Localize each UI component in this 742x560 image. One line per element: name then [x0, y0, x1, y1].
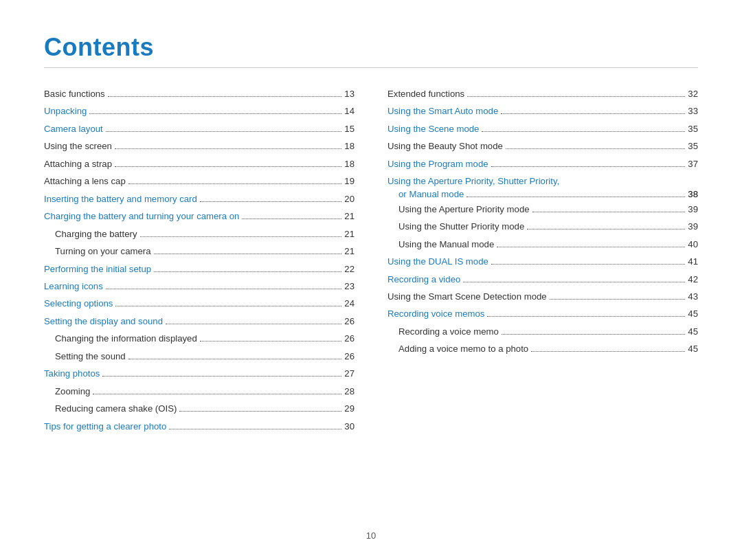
dots [502, 334, 685, 335]
dots [242, 219, 341, 219]
zooming-label: Zooming [55, 385, 90, 399]
setting-sound-label: Setting the sound [55, 350, 126, 363]
manual-mode-label: Using the Manual mode [398, 238, 494, 251]
toc-item-taking-photos[interactable]: Taking photos 27 [44, 367, 355, 381]
toc-item-attaching-lens-cap: Attaching a lens cap 19 [44, 175, 355, 188]
adding-voice-memo-page: 45 [688, 342, 698, 356]
dots [106, 289, 342, 289]
dots [140, 236, 342, 237]
adding-voice-memo-label: Adding a voice memo to a photo [398, 342, 528, 356]
toc-item-camera-layout[interactable]: Camera layout 15 [44, 122, 355, 136]
toc-item-smart-scene: Using the Smart Scene Detection mode 43 [387, 290, 698, 304]
reducing-shake-label: Reducing camera shake (OIS) [55, 402, 177, 416]
scene-mode-page: 35 [688, 122, 698, 136]
dots [501, 113, 685, 114]
dots [466, 197, 685, 197]
left-column: Basic functions 13 Unpacking 14 Camera l… [44, 87, 355, 437]
dots [482, 131, 685, 132]
toc-item-setting-sound: Setting the sound 26 [44, 350, 355, 363]
toc-item-program-mode[interactable]: Using the Program mode 37 [387, 157, 698, 171]
toc-item-zooming: Zooming 28 [44, 385, 355, 399]
dots [115, 148, 341, 149]
tips-clearer-label: Tips for getting a clearer photo [44, 420, 166, 434]
smart-auto-page: 33 [688, 104, 698, 118]
dual-is-page: 41 [688, 255, 698, 269]
tips-clearer-page: 30 [344, 420, 355, 434]
smart-auto-label: Using the Smart Auto mode [387, 104, 498, 118]
toc-item-shutter-mode: Using the Shutter Priority mode 39 [387, 220, 698, 234]
toc-item-changing-info: Changing the information displayed 26 [44, 332, 355, 346]
reducing-shake-page: 29 [344, 402, 355, 416]
dots [93, 394, 341, 394]
zooming-page: 28 [344, 385, 355, 399]
toc-item-turning-on: Turning on your camera 21 [44, 245, 355, 258]
dots [102, 376, 341, 377]
section-header-extended: Extended functions 32 [387, 87, 698, 101]
dots [200, 201, 341, 202]
taking-photos-label: Taking photos [44, 367, 100, 381]
turning-on-label: Turning on your camera [55, 245, 151, 258]
inserting-battery-label: Inserting the battery and memory card [44, 192, 197, 206]
toc-item-adding-voice-memo: Adding a voice memo to a photo 45 [387, 342, 698, 356]
recording-voice-memo-label: Recording a voice memo [398, 325, 499, 339]
unpacking-page: 14 [344, 104, 355, 118]
toc-item-setting-display[interactable]: Setting the display and sound 26 [44, 315, 355, 328]
toc-item-selecting-options[interactable]: Selecting options 24 [44, 297, 355, 311]
toc-item-manual-mode: Using the Manual mode 40 [387, 238, 698, 251]
dots [550, 299, 686, 300]
initial-setup-label: Performing the initial setup [44, 262, 151, 276]
toc-item-initial-setup[interactable]: Performing the initial setup 22 [44, 262, 355, 276]
dots [463, 282, 685, 282]
dual-is-label: Using the DUAL IS mode [387, 255, 488, 269]
charging-battery-page: 21 [344, 227, 355, 241]
attaching-lens-cap-page: 19 [344, 175, 355, 188]
dots [154, 254, 342, 254]
toc-item-recording-video[interactable]: Recording a video 42 [387, 273, 698, 287]
recording-voice-memos-label: Recording voice memos [387, 307, 484, 321]
basic-functions-page: 13 [344, 87, 355, 101]
toc-item-aperture-mode: Using the Aperture Priority mode 39 [387, 203, 698, 216]
setting-display-label: Setting the display and sound [44, 315, 163, 328]
changing-info-page: 26 [344, 332, 355, 346]
aperture-mode-page: 39 [688, 203, 698, 216]
recording-voice-memos-page: 45 [688, 307, 698, 321]
aperture-mode-label: Using the Aperture Priority mode [398, 203, 530, 216]
footer-page-number: 10 [366, 530, 376, 541]
toc-item-charging-turning[interactable]: Charging the battery and turning your ca… [44, 210, 355, 223]
toc-item-reducing-shake: Reducing camera shake (OIS) 29 [44, 402, 355, 416]
toc-item-scene-mode[interactable]: Using the Scene mode 35 [387, 122, 698, 136]
selecting-options-page: 24 [344, 297, 355, 311]
page: Contents Basic functions 13 Unpacking 14… [0, 0, 742, 560]
learning-icons-label: Learning icons [44, 280, 103, 293]
dots [491, 166, 686, 167]
right-column: Extended functions 32 Using the Smart Au… [387, 87, 698, 437]
toc-item-smart-auto[interactable]: Using the Smart Auto mode 33 [387, 104, 698, 118]
aperture-priority-page: 38 [688, 189, 698, 199]
toc-item-tips-clearer[interactable]: Tips for getting a clearer photo 30 [44, 420, 355, 434]
learning-icons-page: 23 [344, 280, 355, 293]
toc-item-dual-is[interactable]: Using the DUAL IS mode 41 [387, 255, 698, 269]
manual-mode-page: 40 [688, 238, 698, 251]
toc-item-unpacking[interactable]: Unpacking 14 [44, 104, 355, 118]
scene-mode-label: Using the Scene mode [387, 122, 479, 136]
dots [179, 411, 341, 412]
toc-item-inserting-battery[interactable]: Inserting the battery and memory card 20 [44, 192, 355, 206]
toc-item-learning-icons[interactable]: Learning icons 23 [44, 280, 355, 293]
aperture-priority-line1: Using the Aperture Priority, Shutter Pri… [387, 175, 698, 188]
toc-item-aperture-priority[interactable]: Using the Aperture Priority, Shutter Pri… [387, 175, 698, 199]
dots [532, 212, 686, 212]
toc-item-using-screen: Using the screen 18 [44, 139, 355, 153]
toc-item-recording-voice-memo: Recording a voice memo 45 [387, 325, 698, 339]
extended-functions-page: 32 [688, 87, 698, 101]
smart-scene-label: Using the Smart Scene Detection mode [387, 290, 547, 304]
using-screen-label: Using the screen [44, 139, 112, 153]
unpacking-label: Unpacking [44, 104, 87, 118]
dots [128, 359, 342, 359]
dots [487, 316, 685, 317]
dots [497, 247, 685, 247]
dots [531, 351, 685, 352]
dots [491, 264, 685, 265]
dots [108, 96, 342, 97]
toc-item-recording-voice-memos[interactable]: Recording voice memos 45 [387, 307, 698, 321]
attaching-strap-page: 18 [344, 157, 355, 171]
